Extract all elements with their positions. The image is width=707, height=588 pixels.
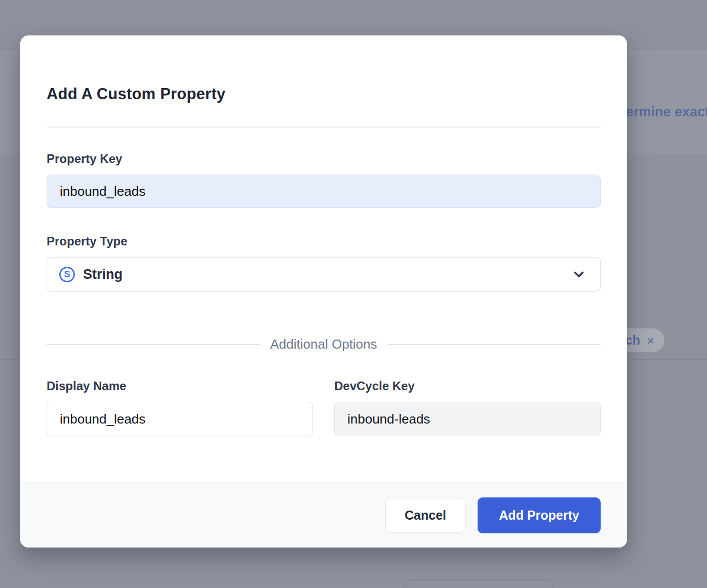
property-key-label: Property Key [47,151,601,167]
chevron-down-icon [572,267,586,281]
backdrop-button-outline [404,579,554,588]
title-divider [47,127,601,128]
display-name-field: Display Name [47,378,313,436]
backdrop-text-fragment: ermine exact [626,104,707,120]
property-type-label: Property Type [47,233,601,249]
display-name-label: Display Name [47,378,313,394]
devcycle-key-input [334,402,601,436]
divider-rule-left [47,344,260,345]
string-type-icon: S [59,267,75,282]
dialog-footer: Cancel Add Property [20,482,627,548]
property-type-value: String [83,267,123,282]
backdrop-divider [0,7,707,7]
divider-rule-right [387,344,601,345]
display-name-input[interactable] [47,402,313,436]
add-property-button[interactable]: Add Property [478,497,601,533]
property-type-select[interactable]: S String [47,257,601,291]
cancel-button[interactable]: Cancel [385,498,465,532]
dialog-title: Add A Custom Property [47,84,601,104]
property-key-input[interactable] [47,175,601,208]
devcycle-key-field: DevCycle Key [334,378,601,436]
additional-options-divider: Additional Options [47,337,601,352]
devcycle-key-label: DevCycle Key [334,378,601,394]
additional-options-label: Additional Options [270,337,377,352]
add-custom-property-dialog: Add A Custom Property Property Key Prope… [20,35,627,548]
close-icon: × [647,334,654,347]
